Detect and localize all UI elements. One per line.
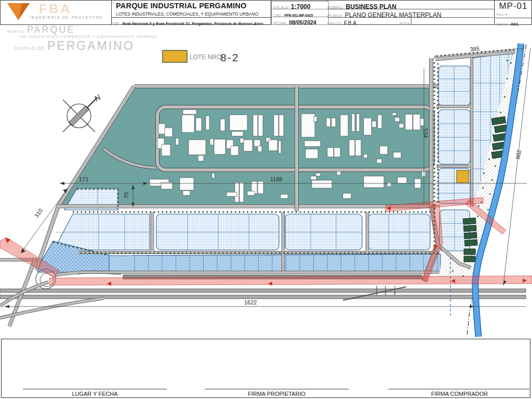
address-row: DIR: Ruta Nacional 8 y Ruta Provincial 3… bbox=[112, 17, 271, 25]
signature-label-owner: FIRMA PROPIETARIO bbox=[205, 391, 349, 397]
divider bbox=[411, 17, 411, 24]
masterplan-drawing: 385 534 882 171 1188 70 310 1622 bbox=[0, 24, 532, 339]
scale-cell: ESCALA: 1:7000 bbox=[271, 1, 329, 9]
version-cell: Version A01 bbox=[494, 18, 532, 25]
highway-band-2 bbox=[0, 295, 526, 299]
title-block: FBA INGENIERIA DE PROYECTOS PARQUE INDUS… bbox=[0, 0, 532, 25]
company-logo-icon bbox=[7, 2, 31, 24]
dim-1622: 1622 bbox=[244, 299, 257, 305]
legend-lot-number: 8-2 bbox=[220, 51, 239, 63]
project-title: PARQUE INDUSTRIAL PERGAMINO bbox=[116, 2, 246, 10]
signature-line bbox=[23, 389, 167, 390]
highway-band-1 bbox=[0, 289, 526, 292]
east-lot-a bbox=[438, 66, 470, 105]
dim-70: 70 bbox=[123, 192, 129, 198]
date-value: 08/05/2024 bbox=[289, 19, 316, 25]
east-lot-b bbox=[438, 110, 470, 164]
compass-north-indicator: N bbox=[63, 92, 102, 132]
dim-1188: 1188 bbox=[270, 176, 283, 182]
project-subtitle: LOTES INDUSTRIALES, COMERCIALES, Y EQUIP… bbox=[116, 11, 258, 17]
plan-sheet: FBA INGENIERIA DE PROYECTOS PARQUE INDUS… bbox=[0, 0, 532, 399]
dim-171: 171 bbox=[79, 176, 88, 182]
highlighted-lot-8-2 bbox=[457, 170, 469, 183]
version-value: A01 bbox=[511, 22, 518, 26]
red-corridor-main bbox=[49, 276, 532, 285]
signature-line bbox=[389, 389, 530, 390]
lot-row-1 bbox=[54, 214, 150, 250]
signature-box: LUGAR Y FECHA FIRMA PROPIETARIO FIRMA CO… bbox=[1, 339, 530, 398]
legend-swatch bbox=[163, 50, 187, 62]
sheet-number-label: Plano N° bbox=[496, 13, 509, 16]
signature-line bbox=[205, 389, 349, 390]
lot-legend: LOTE NRO: 8-2 bbox=[163, 50, 239, 63]
company-name-watermark: FBA bbox=[39, 2, 72, 16]
strip-lots-row bbox=[79, 254, 441, 272]
company-tagline: INGENIERIA DE PROYECTOS bbox=[30, 16, 103, 19]
lot-row-3 bbox=[285, 214, 362, 250]
cad-cell: CAD: PPR-001-MP-0429 bbox=[271, 9, 329, 17]
lot-row-2 bbox=[156, 214, 279, 250]
date-label: FECHA: bbox=[273, 21, 287, 25]
sheet-code: MP-01 bbox=[495, 1, 531, 11]
dim-310: 310 bbox=[33, 207, 44, 219]
address-label: DIR: bbox=[112, 21, 120, 26]
dim-882: 882 bbox=[514, 149, 522, 159]
version-label: Version bbox=[496, 22, 508, 26]
address-value: Ruta Nacional 8 y Ruta Provincial 32, Pe… bbox=[122, 21, 263, 26]
nota-label: NOTA: bbox=[400, 22, 410, 25]
date-cell: FECHA: 08/05/2024 bbox=[271, 17, 329, 25]
dibujo-label: DIBUJO: bbox=[327, 22, 342, 25]
dibujo-cell: DIBUJO: F.B.A. NOTA: bbox=[327, 17, 494, 25]
signature-label-place-date: LUGAR Y FECHA bbox=[23, 391, 167, 397]
signature-label-buyer: FIRMA COMPRADOR bbox=[389, 391, 530, 397]
dibujo-value: F.B.A. bbox=[344, 20, 358, 25]
lot-row-4 bbox=[368, 214, 430, 250]
legend-label: LOTE NRO: bbox=[190, 54, 223, 61]
dim-534: 534 bbox=[422, 128, 429, 138]
dim-385: 385 bbox=[470, 45, 480, 52]
